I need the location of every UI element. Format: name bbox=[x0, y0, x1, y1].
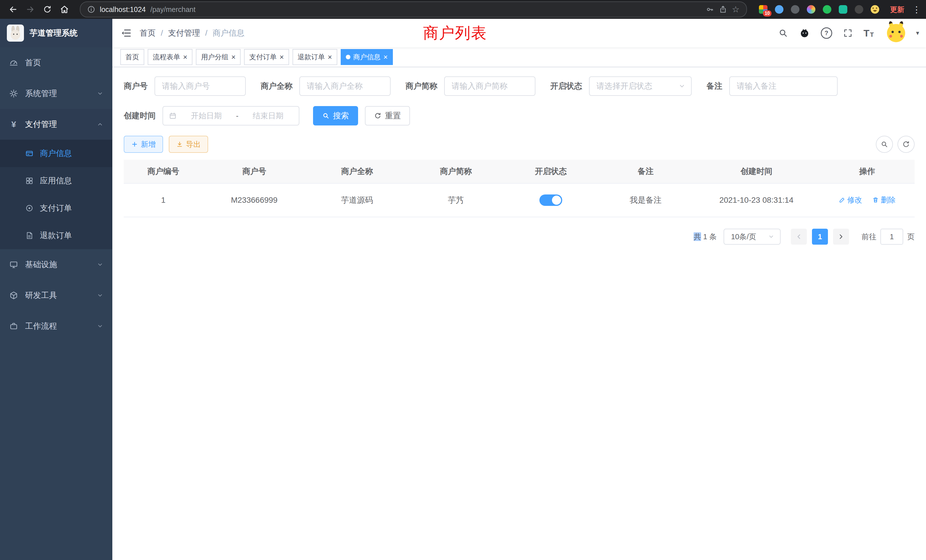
profile-avatar-icon[interactable] bbox=[870, 5, 880, 14]
edit-link-label: 修改 bbox=[847, 195, 862, 205]
url-bar[interactable]: localhost:1024/pay/merchant ☆ bbox=[80, 2, 747, 17]
extension-rainbow-icon[interactable] bbox=[806, 5, 816, 14]
github-icon[interactable] bbox=[799, 28, 810, 38]
add-button-label: 新增 bbox=[141, 139, 156, 150]
tab-home[interactable]: 首页 bbox=[120, 49, 144, 65]
sidebar-item-label: 工作流程 bbox=[25, 321, 57, 331]
extension-grid-icon[interactable]: 10 bbox=[758, 5, 768, 14]
app-logo[interactable]: 芋道管理系统 bbox=[0, 19, 112, 47]
sidebar-item-label: 商户信息 bbox=[40, 148, 72, 159]
search-icon[interactable] bbox=[778, 28, 788, 38]
search-button[interactable]: 搜索 bbox=[313, 106, 358, 126]
cell-full-name: 芋道源码 bbox=[306, 183, 409, 217]
browser-menu-icon[interactable]: ⋮ bbox=[912, 5, 920, 15]
document-icon bbox=[25, 231, 34, 240]
toolbar-right bbox=[876, 136, 915, 153]
extension-green-square-icon[interactable] bbox=[838, 5, 848, 14]
date-range-picker[interactable]: 开始日期 - 结束日期 bbox=[162, 106, 300, 126]
help-icon[interactable]: ? bbox=[821, 27, 832, 39]
back-button[interactable] bbox=[6, 2, 21, 17]
reset-button[interactable]: 重置 bbox=[365, 106, 410, 126]
page-jump-input[interactable] bbox=[881, 229, 903, 245]
refresh-button[interactable] bbox=[897, 136, 915, 153]
sidebar-item-infrastructure[interactable]: 基础设施 bbox=[0, 249, 112, 280]
bookmark-star-icon[interactable]: ☆ bbox=[732, 5, 740, 14]
reload-button[interactable] bbox=[40, 2, 55, 17]
fullscreen-icon[interactable] bbox=[843, 28, 853, 38]
forward-button[interactable] bbox=[23, 2, 38, 17]
sidebar-item-workflow[interactable]: 工作流程 bbox=[0, 311, 112, 342]
toggle-search-button[interactable] bbox=[876, 136, 893, 153]
filter-label: 商户全称 bbox=[260, 81, 292, 92]
status-select[interactable]: 请选择开启状态 bbox=[589, 76, 691, 96]
sidebar-toggle-icon[interactable] bbox=[112, 27, 140, 39]
extension-dark-icon[interactable] bbox=[790, 5, 800, 14]
search-button-label: 搜索 bbox=[333, 110, 349, 121]
user-avatar[interactable] bbox=[887, 24, 905, 42]
cell-remark: 我是备注 bbox=[598, 183, 693, 217]
tab-merchant-info-active[interactable]: 商户信息 × bbox=[341, 49, 393, 65]
home-button[interactable] bbox=[57, 2, 72, 17]
tab-user-group[interactable]: 用户分组 × bbox=[196, 49, 241, 65]
password-key-icon[interactable] bbox=[706, 5, 714, 14]
sidebar-item-label: 基础设施 bbox=[25, 259, 57, 270]
tab-close-icon[interactable]: × bbox=[183, 53, 187, 61]
tab-refund-orders[interactable]: 退款订单 × bbox=[292, 49, 337, 65]
sidebar-item-system[interactable]: 系统管理 bbox=[0, 78, 112, 109]
cell-merchant-no: M233666999 bbox=[203, 183, 306, 217]
extension-green-circle-icon[interactable] bbox=[822, 5, 832, 14]
sidebar-item-app-info[interactable]: 应用信息 bbox=[0, 167, 112, 194]
extension-drop-icon[interactable] bbox=[774, 5, 784, 14]
sidebar-item-label: 退款订单 bbox=[40, 230, 72, 241]
user-dropdown-caret-icon[interactable]: ▾ bbox=[916, 29, 919, 37]
jump-prefix: 前往 bbox=[862, 232, 876, 242]
chrome-update-button[interactable]: 更新 bbox=[890, 5, 904, 14]
sidebar-item-payment-orders[interactable]: 支付订单 bbox=[0, 194, 112, 222]
filter-create-time: 创建时间 开始日期 - 结束日期 bbox=[124, 106, 300, 126]
page-info-icon[interactable] bbox=[87, 5, 95, 14]
next-page-button[interactable] bbox=[833, 229, 849, 245]
tab-close-icon[interactable]: × bbox=[279, 53, 284, 61]
chevron-down-icon bbox=[97, 90, 103, 97]
tab-label: 商户信息 bbox=[353, 53, 381, 62]
sidebar-item-home[interactable]: 首页 bbox=[0, 47, 112, 78]
filter-label: 备注 bbox=[707, 81, 722, 92]
delete-link[interactable]: 删除 bbox=[872, 195, 896, 205]
tab-close-icon[interactable]: × bbox=[383, 53, 388, 61]
sidebar-item-refund-orders[interactable]: 退款订单 bbox=[0, 222, 112, 249]
full-name-input[interactable] bbox=[300, 76, 390, 96]
status-switch[interactable] bbox=[539, 194, 562, 206]
extension-knot-icon[interactable] bbox=[854, 5, 864, 14]
navbar-actions: ? TT ▾ bbox=[778, 24, 919, 42]
breadcrumb-item[interactable]: 支付管理 bbox=[168, 28, 200, 38]
sidebar-item-dev-tools[interactable]: 研发工具 bbox=[0, 280, 112, 311]
prev-page-button[interactable] bbox=[791, 229, 807, 245]
edit-link[interactable]: 修改 bbox=[839, 195, 862, 205]
page-size-select[interactable]: 10条/页 bbox=[723, 229, 781, 245]
column-header: 操作 bbox=[820, 160, 915, 183]
add-button[interactable]: 新增 bbox=[124, 136, 163, 153]
monitor-icon bbox=[9, 260, 18, 269]
breadcrumb-item[interactable]: 首页 bbox=[140, 28, 156, 38]
export-button[interactable]: 导出 bbox=[169, 136, 208, 153]
merchant-no-input[interactable] bbox=[154, 76, 246, 96]
chevron-down-icon bbox=[97, 292, 103, 298]
sidebar-item-payment[interactable]: ¥ 支付管理 bbox=[0, 109, 112, 140]
page-size-value: 10条/页 bbox=[731, 232, 768, 242]
calendar-icon bbox=[169, 112, 177, 120]
page-number-button[interactable]: 1 bbox=[812, 229, 828, 245]
tab-payment-orders[interactable]: 支付订单 × bbox=[244, 49, 289, 65]
tab-process-form[interactable]: 流程表单 × bbox=[148, 49, 192, 65]
pagination: 共 1 条 10条/页 1 前往 bbox=[124, 229, 915, 245]
export-button-label: 导出 bbox=[186, 139, 201, 150]
filter-label: 商户号 bbox=[124, 81, 148, 92]
share-icon[interactable] bbox=[719, 5, 727, 14]
short-name-input[interactable] bbox=[444, 76, 536, 96]
tab-close-icon[interactable]: × bbox=[231, 53, 236, 61]
font-size-icon[interactable]: TT bbox=[864, 28, 874, 38]
filter-remark: 备注 bbox=[707, 76, 838, 96]
app-title: 芋道管理系统 bbox=[30, 28, 77, 38]
sidebar-item-merchant-info[interactable]: 商户信息 bbox=[0, 140, 112, 167]
remark-input[interactable] bbox=[729, 76, 838, 96]
tab-close-icon[interactable]: × bbox=[328, 53, 332, 61]
